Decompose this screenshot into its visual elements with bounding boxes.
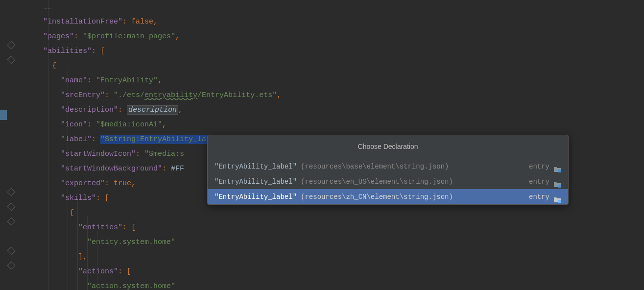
svg-rect-1	[558, 185, 561, 188]
declaration-item[interactable]: "EntryAbility_label" (resources\en_US\el…	[208, 174, 568, 189]
fold-icon[interactable]	[7, 188, 16, 196]
editor-gutter	[0, 0, 24, 290]
declaration-path: (resources\base\element\string.json)	[301, 159, 529, 174]
code-line: {	[25, 59, 644, 73]
code-line: "srcEntry": "./ets/entryability/EntryAbi…	[25, 88, 644, 103]
declaration-name: "EntryAbility_label"	[215, 159, 297, 174]
declaration-module: entry	[529, 174, 549, 189]
declaration-path: (resources\zh_CN\element\string.json)	[301, 190, 529, 204]
svg-rect-2	[558, 200, 561, 203]
code-line: "actions": [	[25, 265, 644, 279]
code-line: "abilities": [	[25, 44, 644, 59]
declaration-name: "EntryAbility_label"	[215, 190, 297, 204]
fold-icon[interactable]	[7, 217, 16, 226]
popup-title: Choose Declaration	[208, 135, 568, 159]
declaration-module: entry	[529, 190, 549, 204]
declaration-path: (resources\en_US\element\string.json)	[301, 174, 529, 189]
fold-icon[interactable]	[7, 55, 16, 64]
declaration-item[interactable]: "EntryAbility_label" (resources\base\ele…	[208, 159, 568, 174]
code-line: "entity.system.home"	[25, 235, 644, 250]
fold-icon[interactable]	[7, 246, 16, 255]
declaration-module: entry	[529, 159, 549, 174]
choose-declaration-popup: Choose Declaration "EntryAbility_label" …	[207, 135, 569, 205]
fold-icon[interactable]	[7, 41, 16, 49]
code-line: "description": description,	[25, 103, 644, 118]
caret-line-marker	[0, 110, 7, 120]
fold-icon[interactable]	[7, 261, 16, 270]
declaration-item-selected[interactable]: "EntryAbility_label" (resources\zh_CN\el…	[208, 189, 568, 204]
code-line: "entities": [	[25, 220, 644, 235]
code-line: ],	[25, 250, 644, 265]
code-line: {	[25, 206, 644, 220]
svg-rect-0	[558, 169, 561, 172]
code-line: "icon": "$media:iconAi",	[25, 118, 644, 132]
code-line: "name": "EntryAbility",	[25, 73, 644, 88]
code-line: "action.system.home"	[25, 279, 644, 290]
folder-icon	[553, 163, 561, 170]
fold-icon[interactable]	[7, 202, 16, 211]
code-line: "installationFree": false,	[25, 15, 644, 29]
code-line: "pages": "$profile:main_pages",	[25, 29, 644, 44]
declaration-name: "EntryAbility_label"	[215, 174, 297, 189]
folder-icon	[553, 178, 561, 185]
folder-icon	[553, 193, 561, 200]
code-line: ……	[25, 0, 644, 15]
